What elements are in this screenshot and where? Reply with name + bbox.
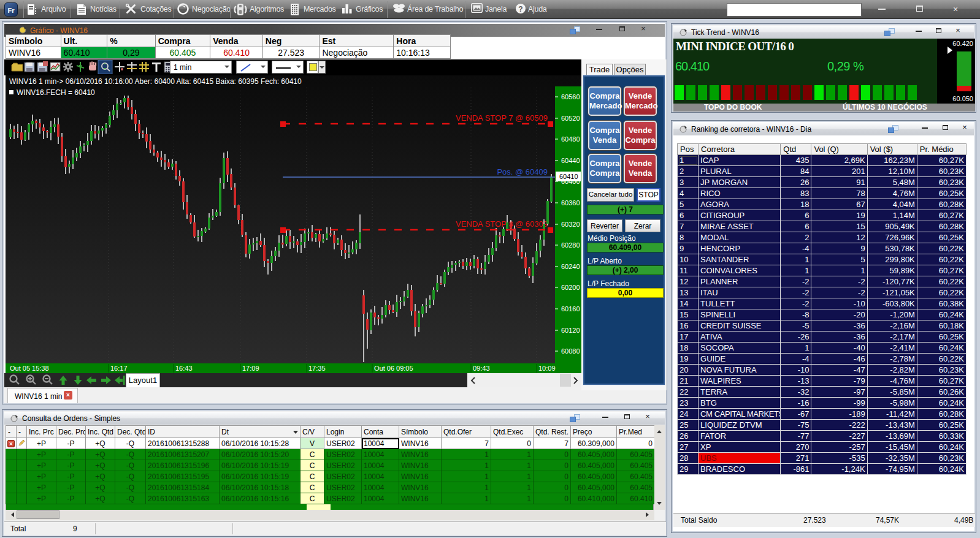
svg-text:60410: 60410 (559, 173, 578, 180)
svg-text:VENDA STOP 7 @ 60509: VENDA STOP 7 @ 60509 (456, 113, 548, 123)
svg-text:16:17: 16:17 (110, 365, 128, 372)
svg-text:Out 05 15:38: Out 05 15:38 (10, 365, 49, 372)
svg-text:60520: 60520 (561, 115, 580, 122)
svg-text:WINV16 1 min-> 06/10/2016 10:1: WINV16 1 min-> 06/10/2016 10:16:00 Aber:… (9, 77, 302, 86)
svg-text:60080: 60080 (561, 347, 580, 355)
svg-text:VENDA STOP 3 @ 60309: VENDA STOP 3 @ 60309 (456, 219, 548, 229)
svg-text:10:09: 10:09 (538, 365, 556, 372)
svg-text:09:43: 09:43 (473, 365, 490, 372)
svg-text:Out 06 09:05: Out 06 09:05 (374, 365, 413, 372)
svg-text:WINV16.FECH = 60410: WINV16.FECH = 60410 (17, 88, 95, 97)
svg-text:16:43: 16:43 (175, 365, 193, 372)
svg-text:?: ? (518, 5, 523, 13)
svg-text:60160: 60160 (561, 305, 580, 313)
svg-text:60280: 60280 (561, 241, 580, 249)
svg-text:60240: 60240 (561, 263, 580, 270)
svg-text:60360: 60360 (561, 199, 580, 206)
svg-text:60120: 60120 (561, 327, 580, 334)
svg-text:17:35: 17:35 (308, 365, 326, 372)
svg-text:Pos. @ 60409: Pos. @ 60409 (497, 167, 548, 176)
svg-text:17:09: 17:09 (242, 365, 259, 372)
svg-text:60320: 60320 (561, 221, 580, 228)
svg-text:60440: 60440 (561, 157, 580, 164)
svg-text:60200: 60200 (561, 284, 580, 291)
svg-text:60560: 60560 (561, 93, 580, 100)
svg-text:60480: 60480 (561, 135, 580, 143)
